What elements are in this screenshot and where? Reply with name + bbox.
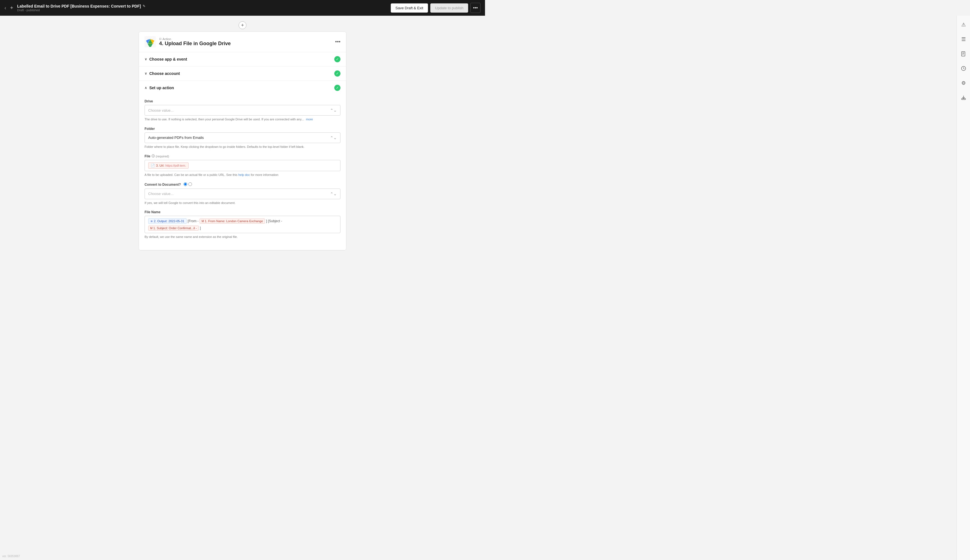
update-publish-button[interactable]: Update to publish [430,3,468,13]
zapier-icon: ≋ [150,220,153,223]
save-draft-button[interactable]: Save Draft & Exit [391,3,428,13]
main-layout: + [0,16,485,280]
convert-field-group: Convert to Document? Choose value... ⌃⌄ … [145,182,341,205]
file-field-label: File ⓘ (required) [145,154,341,158]
select-chevron-icon: ⌃⌄ [330,192,337,196]
drive-more-link[interactable]: more [306,118,313,121]
choose-account-section: ∨ Choose account ✓ [139,67,346,81]
google-drive-icon [145,36,156,47]
file-input[interactable]: 📄 3. Url: https://pdf-tem. [145,160,341,171]
drive-field-group: Drive Choose value... ⌃⌄ The drive to us… [145,99,341,122]
pdf-icon: 📄 [151,163,155,167]
file-name-label: File Name [145,210,341,214]
choose-app-section: ∨ Choose app & event ✓ [139,52,346,67]
output-date-tag: ≋ 2. Output: 2022-05-31 [148,218,187,224]
action-type-label: ⊡ Action [159,37,332,41]
choose-app-section-header[interactable]: ∨ Choose app & event ✓ [139,52,346,66]
add-step-button[interactable]: + [239,21,246,29]
chevron-down-icon: ∨ [145,57,147,61]
chevron-up-icon: ∧ [145,86,147,90]
action-title: 4. Upload File in Google Drive [159,41,332,47]
action-label-block: ⊡ Action 4. Upload File in Google Drive [159,37,332,47]
select-chevron-icon: ⌃⌄ [330,108,337,113]
header-title-block: Labelled Email to Drive PDF [Business Ex… [17,4,387,12]
subject-tag: M 1. Subject: Order Confirmat...il - [148,225,199,231]
gmail-icon: M [202,220,204,223]
file-field-group: File ⓘ (required) 📄 3. Url: https://pdf-… [145,154,341,177]
from-prefix-text: [From - [188,219,199,223]
setup-action-section: ∧ Set up action ✓ Drive Choose value... … [139,81,346,250]
closing-bracket: ] [200,226,201,230]
app-logo: ✦ [10,5,14,11]
section-complete-badge: ✓ [334,85,341,91]
chevron-down-icon: ∨ [145,72,147,75]
action-card-header: ⊡ Action 4. Upload File in Google Drive … [139,32,346,52]
folder-field-label: Folder [145,127,341,131]
header-more-button[interactable]: ••• [471,3,481,13]
action-card: ⊡ Action 4. Upload File in Google Drive … [139,32,346,250]
workflow-title: Labelled Email to Drive PDF [Business Ex… [17,4,387,8]
file-name-input[interactable]: ≋ 2. Output: 2022-05-31 [From - M 1. Fro… [145,216,341,233]
convert-select[interactable]: Choose value... ⌃⌄ [145,188,341,199]
drive-field-label: Drive [145,99,341,103]
subject-prefix-text: ] [Subject - [266,219,282,223]
action-more-button[interactable]: ••• [335,39,341,45]
action-step-icon: ⊡ [159,37,161,40]
drive-field-description: The drive to use. If nothing is selected… [145,117,341,122]
folder-field-group: Folder Auto-generated PDFs from Emails ⌃… [145,127,341,149]
back-button[interactable]: ‹ [5,5,6,11]
workflow-canvas: + [0,16,485,280]
file-name-field-group: File Name ≋ 2. Output: 2022-05-31 [From … [145,210,341,239]
file-name-description: By default, we use the same name and ext… [145,235,341,239]
convert-radio-no[interactable] [188,182,192,186]
setup-action-content: Drive Choose value... ⌃⌄ The drive to us… [139,95,346,250]
workflow-status: Draft - published [17,8,387,12]
edit-title-icon[interactable]: ✎ [143,4,145,8]
convert-field-description: If yes, we will tell Google to convert t… [145,201,341,205]
from-name-tag: M 1. From Name: London Camera Exchange [200,218,265,223]
file-tag: 📄 3. Url: https://pdf-tem. [148,162,189,168]
header-actions: Save Draft & Exit Update to publish ••• [391,3,481,13]
choose-account-section-header[interactable]: ∨ Choose account ✓ [139,67,346,80]
convert-radio-yes[interactable] [184,182,187,186]
file-field-description: A file to be uploaded. Can be an actual … [145,173,341,177]
folder-field-description: Folder where to place file. Keep clickin… [145,145,341,149]
file-info-icon: ⓘ [152,154,155,158]
folder-select[interactable]: Auto-generated PDFs from Emails ⌃⌄ [145,132,341,143]
setup-action-section-header[interactable]: ∧ Set up action ✓ [139,81,346,95]
section-complete-badge: ✓ [334,56,341,62]
gmail-icon-2: M [150,227,152,230]
section-complete-badge: ✓ [334,70,341,77]
convert-field-label: Convert to Document? [145,182,341,187]
drive-select[interactable]: Choose value... ⌃⌄ [145,105,341,116]
select-chevron-icon: ⌃⌄ [330,135,337,140]
help-doc-link[interactable]: help doc [238,173,250,177]
app-header: ‹ ✦ Labelled Email to Drive PDF [Busines… [0,0,485,16]
